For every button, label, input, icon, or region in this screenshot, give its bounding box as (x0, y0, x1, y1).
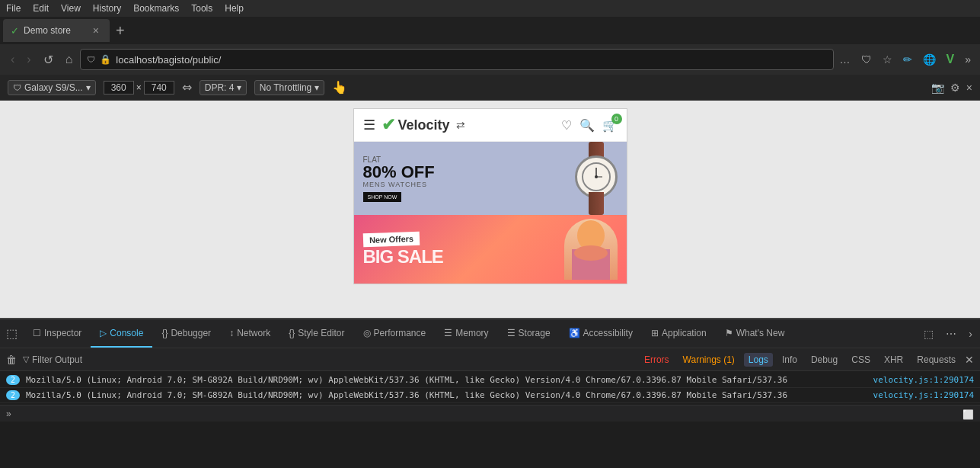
throttle-label: No Throttling (260, 82, 311, 93)
cart-button[interactable]: 🛒 0 (602, 118, 618, 133)
settings-icon[interactable]: ⚙ (950, 82, 960, 94)
tab-performance[interactable]: ◎ Performance (354, 319, 436, 348)
whats-new-icon: ⚑ (725, 328, 733, 338)
tab-debugger[interactable]: {} Debugger (152, 319, 220, 348)
resize-handle-icon[interactable]: ⬜ (962, 409, 974, 420)
bookmark-icon[interactable]: ☆ (879, 52, 895, 67)
log-count-1: 2 (6, 375, 20, 385)
tab-storage[interactable]: ☰ Storage (498, 319, 560, 348)
rotate-button[interactable]: ⇔ (182, 80, 192, 95)
bottom-right-actions: ⬜ (962, 407, 974, 421)
tab-whats-new[interactable]: ⚑ What's New (716, 319, 794, 348)
tab-network[interactable]: ↕ Network (220, 319, 279, 348)
home-button[interactable]: ⌂ (61, 50, 78, 69)
css-filter-button[interactable]: CSS (847, 353, 875, 367)
log-source-2[interactable]: velocity.js:1:290174 (873, 390, 974, 400)
devtools-pick-element-button[interactable]: ⬚ (0, 326, 24, 341)
network-label: Network (237, 328, 270, 338)
tab-check-icon: ✓ (11, 25, 19, 37)
menu-view[interactable]: View (61, 3, 81, 14)
style-editor-label: Style Editor (298, 328, 344, 338)
menu-bar: File Edit View History Bookmarks Tools H… (0, 0, 980, 17)
info-filter-button[interactable]: Info (777, 353, 802, 367)
device-shield-icon: 🛡 (13, 83, 21, 92)
clear-console-button[interactable]: 🗑 (6, 354, 17, 366)
tab-inspector[interactable]: ☐ Inspector (24, 319, 91, 348)
shop-now-button[interactable]: SHOP NOW (363, 192, 402, 202)
dpr-label: DPR: 4 (205, 82, 235, 93)
tab-console[interactable]: ▷ Console (91, 319, 152, 348)
new-tab-button[interactable]: + (110, 22, 131, 40)
extensions-icon[interactable]: » (962, 52, 974, 67)
logs-filter-button[interactable]: Logs (744, 353, 773, 367)
tab-close-button[interactable]: × (90, 23, 102, 38)
security-shield-icon: 🛡 (87, 55, 95, 64)
shield-icon: 🛡 (858, 52, 875, 67)
throttle-chevron-icon: ▾ (314, 82, 319, 93)
menu-edit[interactable]: Edit (33, 3, 49, 14)
address-lock-icon: 🔒 (100, 54, 111, 65)
debug-filter-button[interactable]: Debug (806, 353, 842, 367)
svg-point-3 (595, 175, 598, 178)
menu-history[interactable]: History (93, 3, 121, 14)
application-label: Application (662, 328, 707, 338)
console-label: Console (110, 328, 143, 338)
height-input[interactable] (144, 81, 174, 95)
storage-label: Storage (519, 328, 551, 338)
storage-icon: ☰ (507, 328, 516, 338)
console-expand-icon[interactable]: » (6, 409, 11, 419)
banner1-percent-label: 80% OFF (363, 164, 435, 181)
dock-button[interactable]: ⬚ (919, 326, 938, 341)
filter-icon: ▽ (23, 354, 29, 364)
close-devtools-button[interactable]: › (964, 326, 977, 341)
errors-filter-button[interactable]: Errors (640, 353, 674, 367)
log-level-buttons: Errors Warnings (1) Logs Info Debug CSS … (640, 353, 974, 367)
more-options-icon[interactable]: … (837, 52, 854, 67)
devtools-toolbar: 🗑 ▽ Filter Output Errors Warnings (1) Lo… (0, 348, 980, 371)
browser-tab[interactable]: ✓ Demo store × (3, 19, 110, 42)
wishlist-icon[interactable]: ♡ (561, 118, 572, 133)
close-responsive-icon[interactable]: × (966, 82, 972, 94)
new-offers-label: New Offers (369, 233, 413, 244)
v-icon: V (943, 51, 958, 68)
log-text-1: Mozilla/5.0 (Linux; Android 7.0; SM-G892… (26, 375, 867, 385)
tab-style-editor[interactable]: {} Style Editor (279, 319, 353, 348)
requests-filter-button[interactable]: Requests (912, 353, 960, 367)
throttle-selector[interactable]: No Throttling ▾ (254, 80, 324, 95)
dpr-selector[interactable]: DPR: 4 ▾ (200, 80, 247, 95)
menu-bookmarks[interactable]: Bookmarks (133, 3, 179, 14)
clear-filters-button[interactable]: ✕ (965, 354, 974, 366)
width-input[interactable] (104, 81, 134, 95)
hamburger-icon[interactable]: ☰ (363, 117, 375, 133)
menu-file[interactable]: File (6, 3, 21, 14)
globe-icon: 🌐 (920, 52, 939, 67)
xhr-filter-button[interactable]: XHR (879, 353, 908, 367)
screenshot-icon[interactable]: 📷 (931, 82, 944, 94)
refresh-button[interactable]: ↺ (39, 50, 58, 70)
overflow-menu-button[interactable]: ⋯ (941, 326, 961, 341)
back-button[interactable]: ‹ (6, 50, 19, 69)
log-text-2: Mozilla/5.0 (Linux; Android 7.0; SM-G892… (26, 390, 867, 400)
velocity-header: ☰ ✔ Velocity ⇄ ♡ 🔍 🛒 0 (354, 109, 627, 142)
device-name: Galaxy S9/S... (24, 82, 83, 93)
nav-bar: ‹ › ↺ ⌂ 🛡 🔒 localhost/bagisto/public/ … … (0, 44, 980, 75)
tab-application[interactable]: ⊞ Application (642, 319, 716, 348)
device-selector[interactable]: 🛡 Galaxy S9/S... ▾ (8, 80, 96, 95)
tab-memory[interactable]: ☰ Memory (435, 319, 497, 348)
address-bar[interactable]: 🛡 🔒 localhost/bagisto/public/ (80, 49, 833, 70)
performance-icon: ◎ (363, 328, 371, 338)
search-icon[interactable]: 🔍 (579, 118, 595, 133)
tab-title: Demo store (24, 25, 71, 36)
touch-icon[interactable]: 👆 (332, 80, 347, 95)
dpr-chevron-icon: ▾ (237, 82, 241, 93)
velocity-logo-text: Velocity (398, 117, 450, 133)
menu-help[interactable]: Help (225, 3, 244, 14)
compare-icon[interactable]: ⇄ (456, 119, 465, 131)
tab-accessibility[interactable]: ♿ Accessibility (560, 319, 642, 348)
devtools-right-buttons: ⬚ ⋯ › (919, 326, 980, 341)
log-source-1[interactable]: velocity.js:1:290174 (873, 375, 974, 385)
warnings-filter-button[interactable]: Warnings (1) (678, 353, 739, 367)
accessibility-label: Accessibility (583, 328, 633, 338)
forward-button[interactable]: › (22, 50, 35, 69)
menu-tools[interactable]: Tools (191, 3, 212, 14)
